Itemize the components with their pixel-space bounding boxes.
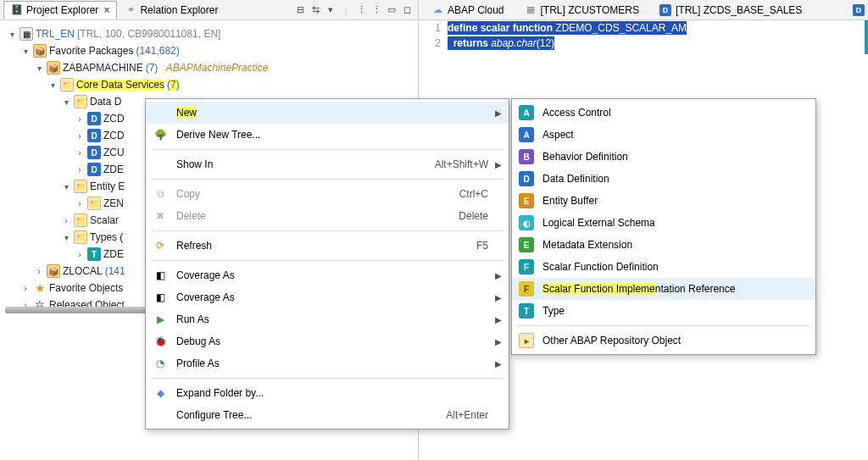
code-keyword: define scalar function xyxy=(448,22,553,34)
submenu-item[interactable]: FScalar Function Implementation Referenc… xyxy=(512,278,815,300)
favorite-packages-node[interactable]: ▾ 📦 Favorite Packages (141,682) xyxy=(5,42,418,59)
menu-separator xyxy=(151,149,504,150)
chevron-down-icon[interactable]: ▾ xyxy=(47,80,58,90)
d-icon: D xyxy=(87,129,101,142)
cov-icon: ◧ xyxy=(153,290,168,305)
pkg-desc: ABAPMachinePractice xyxy=(166,62,269,74)
menu-separator xyxy=(151,378,504,379)
t-icon: T xyxy=(87,247,101,261)
collapse-all-icon[interactable]: ⊟ xyxy=(294,4,306,16)
profile-icon: ◔ xyxy=(153,356,168,371)
chevron-right-icon[interactable]: › xyxy=(34,267,44,276)
submenu-item[interactable]: TType xyxy=(512,300,815,322)
tab-project-explorer[interactable]: 🗄️ Project Explorer × xyxy=(3,1,117,19)
blank-icon xyxy=(153,157,168,172)
menu-item[interactable]: 🌳Derive New Tree... xyxy=(146,124,509,146)
menu-item-label: Derive New Tree... xyxy=(176,129,488,141)
chevron-down-icon[interactable]: ▾ xyxy=(34,64,44,73)
folder-icon: ▸ xyxy=(519,333,534,348)
relation-icon: ⚭ xyxy=(125,4,136,16)
pkg-count: (7) xyxy=(146,62,159,74)
menu-item[interactable]: ◧Coverage As▶ xyxy=(146,286,509,308)
menu-icon[interactable]: ⋮ xyxy=(355,4,367,16)
menu-shortcut: Delete xyxy=(459,210,488,222)
menu-item[interactable]: Show InAlt+Shift+W▶ xyxy=(146,153,509,175)
object-type-icon: B xyxy=(519,149,534,164)
submenu-item[interactable]: ◐Logical External Schema xyxy=(512,212,815,234)
item-label: ZDE xyxy=(103,248,124,260)
menu-item[interactable]: ◔Profile As▶ xyxy=(146,352,509,374)
overflow-tab[interactable]: D xyxy=(853,3,868,16)
menu-item[interactable]: New▶ xyxy=(146,102,509,124)
chevron-right-icon[interactable]: › xyxy=(75,131,85,141)
submenu-item[interactable]: BBehavior Definition xyxy=(512,146,815,168)
menu-item-label: Coverage As xyxy=(176,291,488,303)
menu-item[interactable]: ▶Run As▶ xyxy=(146,308,509,330)
chevron-right-icon[interactable]: › xyxy=(20,284,31,293)
maximize-icon[interactable]: ◻ xyxy=(401,4,413,16)
submenu-item-label: Access Control xyxy=(542,107,795,119)
submenu-item[interactable]: AAspect xyxy=(512,124,815,146)
fav-count: (141,682) xyxy=(136,45,179,57)
folder-icon: 📁 xyxy=(74,95,87,108)
object-type-icon: A xyxy=(519,127,534,142)
fav-label: Favorite Packages xyxy=(49,45,133,57)
code-editor[interactable]: 1define scalar function ZDEMO_CDS_SCALAR… xyxy=(419,20,868,51)
chevron-down-icon[interactable]: ▾ xyxy=(61,97,71,107)
folder-icon: 📁 xyxy=(74,230,87,244)
cds-count: (7) xyxy=(167,79,180,91)
cds-folder-node[interactable]: ▾ 📁 Core Data Services (7) xyxy=(5,76,418,93)
blank-icon xyxy=(153,407,168,423)
submenu-item[interactable]: DData Definition xyxy=(512,168,815,190)
submenu-item[interactable]: EEntity Buffer xyxy=(512,190,815,212)
zlocal-label: ZLOCAL xyxy=(63,265,103,277)
menu-item[interactable]: ◆Expand Folder by... xyxy=(146,382,509,404)
tab-label: Project Explorer xyxy=(26,4,98,16)
chevron-right-icon[interactable]: › xyxy=(75,165,85,175)
submenu-item-other[interactable]: ▸Other ABAP Repository Object xyxy=(512,330,815,352)
chevron-down-icon[interactable]: ▾ xyxy=(20,47,31,56)
menu-item[interactable]: Configure Tree...Alt+Enter xyxy=(146,404,509,426)
filter-icon[interactable]: ▾ xyxy=(325,4,337,16)
chevron-right-icon[interactable]: › xyxy=(75,148,85,158)
submenu-item[interactable]: AAccess Control xyxy=(512,102,815,124)
link-editor-icon[interactable]: ⇆ xyxy=(309,4,321,16)
editor-tab-zcustomers[interactable]: ▦ [TRL] ZCUSTOMERS xyxy=(515,1,648,19)
chevron-right-icon: ▶ xyxy=(495,337,502,346)
debug-icon: 🐞 xyxy=(153,334,168,349)
editor-tab-abap-cloud[interactable]: ☁ ABAP Cloud xyxy=(422,1,514,19)
menu-item[interactable]: ◧Coverage As▶ xyxy=(146,264,509,286)
chevron-right-icon[interactable]: › xyxy=(75,199,85,208)
chevron-down-icon[interactable]: ▾ xyxy=(7,30,17,39)
minimize-icon[interactable]: ▭ xyxy=(386,4,398,16)
folder-icon: 📁 xyxy=(74,180,87,193)
scalar-label: Scalar xyxy=(90,214,119,226)
chevron-right-icon[interactable]: › xyxy=(75,114,85,124)
submenu-item[interactable]: EMetadata Extension xyxy=(512,234,815,256)
object-type-icon: A xyxy=(519,105,534,120)
view-tab-bar: 🗄️ Project Explorer × ⚭ Relation Explore… xyxy=(0,0,418,20)
chevron-down-icon[interactable]: ▾ xyxy=(61,233,71,242)
chevron-right-icon: ▶ xyxy=(495,108,502,118)
line-number: 2 xyxy=(422,36,441,51)
entity-label: Entity E xyxy=(90,180,125,192)
object-type-icon: ◐ xyxy=(519,215,534,230)
close-icon[interactable]: × xyxy=(103,4,109,16)
menu-item[interactable]: ⟳RefreshF5 xyxy=(146,235,509,257)
editor-tab-zcds-base-sales[interactable]: D [TRL] ZCDS_BASE_SALES xyxy=(650,1,811,19)
zlocal-count: (141 xyxy=(105,265,125,277)
package-node[interactable]: ▾ 📦 ZABAPMACHINE (7) ABAPMachinePractice xyxy=(5,59,418,76)
submenu-item-label: Aspect xyxy=(542,129,795,141)
chevron-right-icon[interactable]: › xyxy=(75,250,85,259)
submenu-item[interactable]: FScalar Function Definition xyxy=(512,256,815,278)
grid-icon: ▦ xyxy=(525,4,537,16)
chevron-right-icon[interactable]: › xyxy=(61,216,71,225)
chevron-down-icon[interactable]: ▾ xyxy=(61,182,71,191)
tab-relation-explorer[interactable]: ⚭ Relation Explorer xyxy=(117,1,225,19)
tab-label: [TRL] ZCUSTOMERS xyxy=(541,4,639,16)
expand-icon: ◆ xyxy=(153,385,168,401)
view-menu-icon[interactable]: ⋮ xyxy=(370,4,382,16)
menu-item[interactable]: 🐞Debug As▶ xyxy=(146,330,509,352)
pkg-name: ZABAPMACHINE xyxy=(63,62,143,74)
project-node[interactable]: ▾ ▦ TRL_EN [TRL, 100, CB9980011081, EN] xyxy=(5,25,418,42)
